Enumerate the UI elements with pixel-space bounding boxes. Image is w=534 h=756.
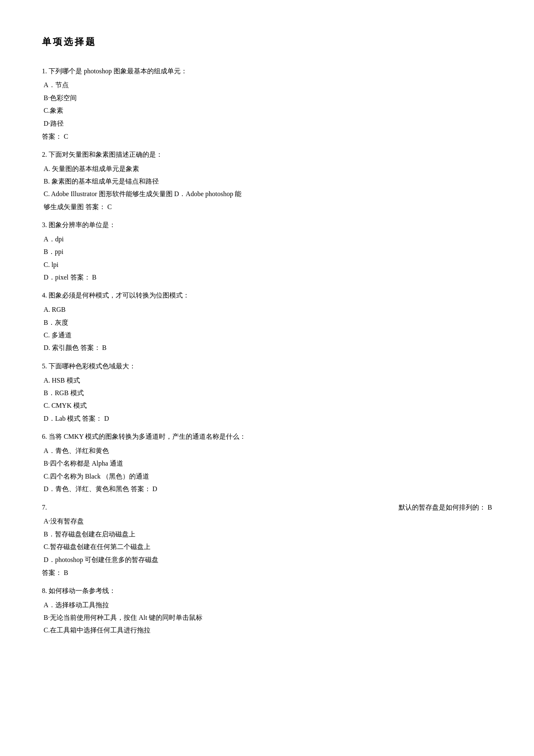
option-7d: D．photoshop 可创建任意多的暂存磁盘 bbox=[44, 554, 492, 566]
option-7b: B．暂存磁盘创建在启动磁盘上 bbox=[44, 528, 492, 541]
question-6-text: 6. 当将 CMKY 模式的图象转换为多通道时，产生的通道名称是什么： bbox=[42, 431, 492, 443]
option-8c: C.在工具箱中选择任何工具进行拖拉 bbox=[44, 624, 492, 637]
question-1: 1. 下列哪个是 photoshop 图象最基本的组成单元： A．节点 B·色彩… bbox=[42, 65, 492, 143]
question-4-text: 4. 图象必须是何种模式，才可以转换为位图模式： bbox=[42, 290, 492, 302]
option-6c: C.四个名称为 Black （黑色）的通道 bbox=[44, 470, 492, 483]
option-1a: A．节点 bbox=[44, 79, 492, 91]
question-1-text: 1. 下列哪个是 photoshop 图象最基本的组成单元： bbox=[42, 65, 492, 78]
question-3-text: 3. 图象分辨率的单位是： bbox=[42, 219, 492, 231]
question-8: 8. 如何移动一条参考线： A．选择移动工具拖拉 B·无论当前使用何种工具，按住… bbox=[42, 585, 492, 637]
option-1d: D·路径 bbox=[44, 117, 492, 130]
option-5a: A. HSB 模式 bbox=[44, 374, 492, 387]
option-8a: A．选择移动工具拖拉 bbox=[44, 599, 492, 611]
option-2a: A. 矢量图的基本组成单元是象素 bbox=[44, 163, 492, 175]
question-3: 3. 图象分辨率的单位是： A．dpi B．ppi C. lpi D．pixel… bbox=[42, 219, 492, 284]
option-5c: C. CMYK 模式 bbox=[44, 399, 492, 412]
option-4a: A. RGB bbox=[44, 303, 492, 316]
question-5-text: 5. 下面哪种色彩模式色域最大： bbox=[42, 360, 492, 373]
option-1c: C.象素 bbox=[44, 104, 492, 117]
option-6a: A．青色、洋红和黄色 bbox=[44, 445, 492, 457]
answer-1: 答案： C bbox=[42, 131, 492, 143]
option-4c: C. 多通道 bbox=[44, 329, 492, 342]
question-2-text: 2. 下面对矢量图和象素图描述正确的是： bbox=[42, 149, 492, 161]
question-7-text: 7. 默认的暂存盘是如何排列的： B bbox=[42, 502, 492, 514]
question-5: 5. 下面哪种色彩模式色域最大： A. HSB 模式 B．RGB 模式 C. C… bbox=[42, 360, 492, 425]
question-7-number: 7. bbox=[42, 502, 47, 514]
option-5d: D．Lab 模式 答案： D bbox=[44, 412, 492, 425]
option-2c-cont: 够生成矢量图 答案： C bbox=[44, 201, 492, 213]
option-6d: D．青色、洋红、黄色和黑色 答案： D bbox=[44, 483, 492, 495]
option-2c: C. Adobe Illustrator 图形软件能够生成矢量图 D．Adobe… bbox=[44, 188, 492, 200]
option-4d: D. 索引颜色 答案： B bbox=[44, 342, 492, 354]
question-4: 4. 图象必须是何种模式，才可以转换为位图模式： A. RGB B．灰度 C. … bbox=[42, 290, 492, 354]
option-7c: C.暂存磁盘创建在任何第二个磁盘上 bbox=[44, 541, 492, 553]
option-1b: B·色彩空间 bbox=[44, 92, 492, 104]
question-2: 2. 下面对矢量图和象素图描述正确的是： A. 矢量图的基本组成单元是象素 B.… bbox=[42, 149, 492, 213]
option-5b: B．RGB 模式 bbox=[44, 387, 492, 399]
page-container: 单项选择题 1. 下列哪个是 photoshop 图象最基本的组成单元： A．节… bbox=[42, 34, 492, 637]
option-4b: B．灰度 bbox=[44, 316, 492, 329]
option-3b: B．ppi bbox=[44, 246, 492, 258]
question-6: 6. 当将 CMKY 模式的图象转换为多通道时，产生的通道名称是什么： A．青色… bbox=[42, 431, 492, 495]
question-8-text: 8. 如何移动一条参考线： bbox=[42, 585, 492, 597]
option-2b: B. 象素图的基本组成单元是锚点和路径 bbox=[44, 175, 492, 188]
option-3a: A．dpi bbox=[44, 233, 492, 246]
page-title: 单项选择题 bbox=[42, 34, 492, 50]
option-7a: A·没有暂存盘 bbox=[44, 515, 492, 528]
option-3c: C. lpi bbox=[44, 259, 492, 271]
option-8b: B·无论当前使用何种工具，按住 Alt 键的同时单击鼠标 bbox=[44, 611, 492, 624]
question-7-content: 默认的暂存盘是如何排列的： B bbox=[399, 502, 492, 514]
question-7: 7. 默认的暂存盘是如何排列的： B A·没有暂存盘 B．暂存磁盘创建在启动磁盘… bbox=[42, 502, 492, 579]
answer-7: 答案： B bbox=[42, 567, 492, 579]
option-6b: B·四个名称都是 Alpha 通道 bbox=[44, 457, 492, 470]
option-3d: D．pixel 答案： B bbox=[44, 271, 492, 284]
